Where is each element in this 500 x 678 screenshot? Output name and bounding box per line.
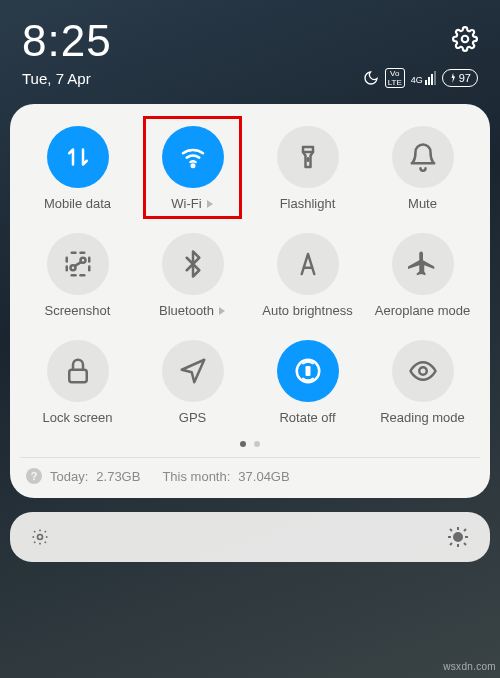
tile-wifi[interactable]: Wi-Fi — [135, 126, 250, 211]
dnd-moon-icon — [363, 70, 379, 86]
page-dot-2[interactable] — [254, 441, 260, 447]
bluetooth-icon[interactable] — [162, 233, 224, 295]
status-icons: VoLTE 4G 97 — [363, 68, 478, 88]
page-dot-1[interactable] — [240, 441, 246, 447]
usage-today-label: Today: — [50, 469, 88, 484]
page-indicator — [20, 441, 480, 447]
usage-month-value: 37.04GB — [238, 469, 289, 484]
tile-rotate-off[interactable]: Rotate off — [250, 340, 365, 425]
tile-screenshot[interactable]: Screenshot — [20, 233, 135, 318]
auto-brightness-icon[interactable] — [277, 233, 339, 295]
signal-4g: 4G — [411, 71, 436, 85]
usage-month-label: This month: — [162, 469, 230, 484]
tile-label-bluetooth: Bluetooth — [159, 303, 226, 318]
info-icon: ? — [26, 468, 42, 484]
wifi-icon[interactable] — [162, 126, 224, 188]
tile-lock-screen[interactable]: Lock screen — [20, 340, 135, 425]
tile-label-flashlight: Flashlight — [280, 196, 336, 211]
rotate-off-icon[interactable] — [277, 340, 339, 402]
battery-indicator: 97 — [442, 69, 478, 87]
tile-flashlight[interactable]: Flashlight — [250, 126, 365, 211]
svg-line-6 — [74, 262, 80, 266]
date: Tue, 7 Apr — [22, 70, 91, 87]
svg-line-28 — [450, 543, 452, 545]
screenshot-icon[interactable] — [47, 233, 109, 295]
tile-label-mobile-data: Mobile data — [44, 196, 111, 211]
lock-screen-icon[interactable] — [47, 340, 109, 402]
tile-label-auto-brightness: Auto brightness — [262, 303, 352, 318]
tile-label-rotate-off: Rotate off — [279, 410, 335, 425]
usage-today-value: 2.73GB — [96, 469, 140, 484]
tile-label-mute: Mute — [408, 196, 437, 211]
brightness-low-icon — [30, 527, 50, 547]
volte-badge: VoLTE — [385, 68, 405, 88]
reading-mode-icon[interactable] — [392, 340, 454, 402]
flashlight-icon[interactable] — [277, 126, 339, 188]
tile-aeroplane-mode[interactable]: Aeroplane mode — [365, 233, 480, 318]
data-usage-bar[interactable]: ? Today: 2.73GB This month: 37.04GB — [20, 457, 480, 488]
expand-icon[interactable] — [219, 307, 225, 315]
quick-settings-panel: Mobile dataWi-FiFlashlightMuteScreenshot… — [10, 104, 490, 498]
svg-line-26 — [464, 543, 466, 545]
settings-button[interactable] — [452, 26, 478, 56]
svg-point-11 — [38, 535, 43, 540]
tile-label-gps: GPS — [179, 410, 206, 425]
status-bar: 8:25 Tue, 7 Apr VoLTE 4G 97 — [0, 0, 500, 94]
tile-label-screenshot: Screenshot — [45, 303, 111, 318]
tile-reading-mode[interactable]: Reading mode — [365, 340, 480, 425]
aeroplane-mode-icon[interactable] — [392, 233, 454, 295]
svg-point-1 — [191, 165, 194, 168]
gear-icon — [452, 26, 478, 52]
tile-bluetooth[interactable]: Bluetooth — [135, 233, 250, 318]
tile-mobile-data[interactable]: Mobile data — [20, 126, 135, 211]
svg-line-25 — [450, 529, 452, 531]
tile-mute[interactable]: Mute — [365, 126, 480, 211]
svg-line-16 — [34, 531, 35, 532]
svg-rect-2 — [303, 147, 313, 152]
mute-icon[interactable] — [392, 126, 454, 188]
svg-line-27 — [464, 529, 466, 531]
tile-label-aeroplane-mode: Aeroplane mode — [375, 303, 470, 318]
mobile-data-icon[interactable] — [47, 126, 109, 188]
tile-label-lock-screen: Lock screen — [42, 410, 112, 425]
tile-auto-brightness[interactable]: Auto brightness — [250, 233, 365, 318]
battery-icon — [449, 73, 457, 83]
expand-icon[interactable] — [207, 200, 213, 208]
tile-label-reading-mode: Reading mode — [380, 410, 465, 425]
brightness-slider[interactable] — [10, 512, 490, 562]
svg-line-17 — [45, 542, 46, 543]
svg-point-20 — [454, 533, 462, 541]
tiles-grid: Mobile dataWi-FiFlashlightMuteScreenshot… — [20, 126, 480, 425]
svg-line-19 — [34, 542, 35, 543]
tile-gps[interactable]: GPS — [135, 340, 250, 425]
svg-point-0 — [462, 36, 469, 43]
watermark: wsxdn.com — [443, 661, 496, 672]
svg-rect-9 — [305, 366, 310, 376]
svg-point-10 — [419, 367, 427, 375]
svg-rect-7 — [69, 370, 87, 383]
svg-line-18 — [45, 531, 46, 532]
tile-label-wifi: Wi-Fi — [171, 196, 213, 211]
clock: 8:25 — [22, 16, 112, 66]
brightness-high-icon — [446, 525, 470, 549]
gps-icon[interactable] — [162, 340, 224, 402]
